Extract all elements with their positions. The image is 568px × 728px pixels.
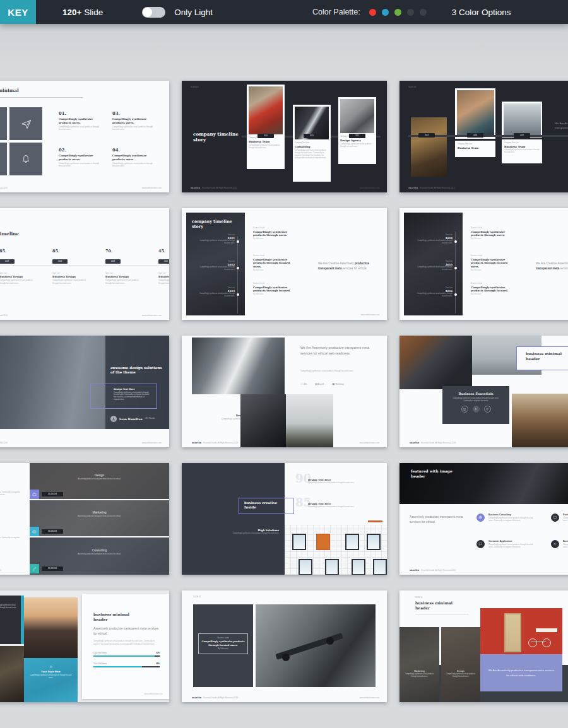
rights-text: Essential Inside. All Right Reserved 201… [421, 569, 456, 572]
slide-thumbnail-8[interactable]: We Are Assertively productize transparen… [182, 336, 387, 447]
rights-text: Essential Inside. All Right Reserved 201… [0, 569, 1, 572]
slide-thumbnail-6[interactable]: Time Line 2014 Compellingly synthesize v… [399, 208, 568, 320]
box-text: Compellingly synthesize virtual products… [114, 392, 151, 402]
block-heading: Compellingly synthesize products through… [253, 230, 297, 237]
palette-dot-dim-2[interactable] [420, 9, 427, 16]
header-box: business minimal header [516, 346, 568, 370]
stats-row: ☆ 496 ▤ Aug 06 ▣ Marketing [300, 382, 344, 385]
tile-sub: Compellingly synthesize virtual products… [445, 673, 476, 678]
slide-thumbnail-12[interactable]: featured with image header Assertively p… [399, 463, 568, 575]
timeline-photo-panel: Time Line 2014 Compellingly synthesize v… [404, 213, 463, 315]
slide-thumbnail-10[interactable]: business minimal header Compellingly syn… [0, 463, 169, 575]
person-icon [112, 417, 115, 421]
percent-value: 85. [0, 249, 40, 254]
slide-thumbnail-11[interactable]: business creative Inside High Solutions … [182, 463, 387, 575]
tile-overlay [441, 627, 480, 702]
card-title: Your Style Here [24, 670, 78, 673]
photo-overlay-panel [105, 336, 169, 429]
timeline-column: 45. 2015 Time Line Business Design Compe… [158, 249, 169, 285]
slide-title: featured with image header [411, 469, 461, 479]
website-link: www.websitename.com [360, 442, 379, 444]
col-label: Time Line [105, 272, 146, 274]
footer-left: martinEssential Inside. All Right Reserv… [410, 441, 456, 444]
slide-thumbnail-9[interactable]: business minimal header Design Text Here… [399, 336, 568, 447]
photo-cyclist: Marketing Compellingly synthesize visual… [399, 627, 439, 702]
slide-thumbnail-5[interactable]: company timeline story Time Line 2011 Co… [182, 208, 387, 320]
timeline-dot [454, 267, 457, 269]
box-title: business creative Inside [244, 501, 283, 510]
link-icon [30, 564, 39, 573]
palette-dot-dim-1[interactable] [407, 9, 414, 16]
slide-grid: business minimal 01. Compellingly synthe… [0, 81, 568, 702]
feature-item: Business Essentials Compellingly synthes… [551, 540, 559, 548]
arrow-up-icon [473, 406, 480, 413]
key-logo: KEY [0, 0, 36, 24]
slide-thumbnail-3[interactable]: SLIDE 18 Company Time Line Business Team… [399, 81, 568, 192]
year-badge: 2011 [304, 134, 320, 138]
slide-thumbnail-2[interactable]: SLIDE 14 company timeline story Company … [182, 81, 387, 192]
card-title: Business Essentials [442, 392, 509, 396]
slide-thumbnail-7[interactable]: awesome design solutions of the theme De… [0, 336, 169, 447]
globe-icon [476, 514, 485, 522]
timeline-card [455, 88, 495, 139]
photo-mountains [24, 597, 78, 658]
sidebar-text: Compellingly synthesize virtual products… [0, 491, 21, 496]
only-light-label: Only Light [174, 8, 213, 17]
brand-name: martin [408, 186, 418, 189]
briefcase-icon: ▣ [332, 382, 334, 385]
card-title: Design Agency [340, 139, 374, 142]
percent-value: 70. [105, 249, 146, 254]
year-badge: 2013 [0, 259, 15, 264]
timeline-dot [237, 240, 239, 243]
skill-track [93, 666, 160, 667]
col-text: Compellingly synthesize visual products … [0, 279, 37, 285]
block-title: High Solutions [226, 529, 279, 532]
card-label: Company Time Line [295, 142, 329, 144]
camera-icon [461, 406, 468, 413]
numbered-item: 04. Compellingly synthesize products use… [112, 148, 154, 168]
stat-value: Aug 06 [318, 383, 324, 385]
col-title: Business Design [158, 275, 169, 278]
slide-thumbnail-14[interactable]: SLIDE 32 Business Inside Compellingly sy… [182, 590, 387, 702]
entry-text: Compellingly synthesize virtual products… [415, 240, 453, 245]
card-text: Compellingly synthesize virtual products… [295, 149, 329, 160]
numbered-item: 01. Compellingly synthesize products use… [59, 111, 100, 131]
slide-footer: Essential Inside. All Right Reserved 201… [0, 442, 162, 444]
band-title: Design [30, 473, 169, 477]
quote-box: Design Text Here Compellingly synthesize… [90, 384, 157, 409]
slide-thumbnail-4[interactable]: business timeline 85. 2013 Time Line Bus… [0, 208, 169, 320]
slide-thumbnail-13[interactable]: Compellingly synthesize virtual products… [0, 590, 169, 702]
timeline-entry: Time Line 2014 Compellingly synthesize v… [415, 234, 453, 245]
item-text: Compellingly synthesize visual products … [112, 162, 154, 168]
panel-title: company timeline story [192, 219, 237, 229]
photo-skateboard [256, 604, 376, 687]
feature-name: Customer Application [488, 540, 535, 543]
panel-paragraph: Compellingly synthesize virtual products… [93, 640, 160, 645]
slide-thumbnail-15[interactable]: SLIDE 36 business minimal header Marketi… [399, 590, 568, 702]
statement-part: services for ethical. [559, 267, 568, 270]
palette-dot-red[interactable] [369, 9, 376, 16]
only-light-toggle[interactable] [142, 7, 165, 18]
feature-text: Customer Application Compellingly synthe… [488, 540, 535, 548]
palette-dot-blue[interactable] [382, 9, 389, 16]
ghost-block: Design Text Here Compellingly synthesize… [308, 478, 362, 484]
block-label: Business Inside [471, 227, 515, 230]
timeline-dot [454, 293, 457, 296]
col-label: Time Line [52, 272, 93, 274]
palette-dot-green[interactable] [394, 9, 401, 16]
avatar [110, 416, 117, 422]
col-text: Compellingly synthesize visual products … [105, 279, 143, 285]
slide-title: business timeline [0, 231, 19, 237]
timeline-column: 85. 2013 Time Line Business Design Compe… [52, 249, 93, 285]
card-text: Compellingly synthesize virtual products… [30, 674, 72, 679]
feature-text: Business Essentials Compellingly synthes… [563, 540, 568, 548]
item-text: Compellingly synthesize visual products … [59, 162, 100, 168]
content-block: Business Inside Compellingly synthesize … [471, 283, 515, 296]
stat-item: ▣ Marketing [332, 382, 343, 385]
photo-red-truck [249, 86, 283, 134]
slide-thumbnail-1[interactable]: business minimal 01. Compellingly synthe… [0, 81, 169, 192]
stat-item: ☆ 496 [300, 382, 307, 385]
band-text: Marketing Assertively productize transpa… [30, 510, 169, 518]
toggle-knob[interactable] [143, 8, 152, 17]
block-sub: By Collections [471, 293, 515, 296]
